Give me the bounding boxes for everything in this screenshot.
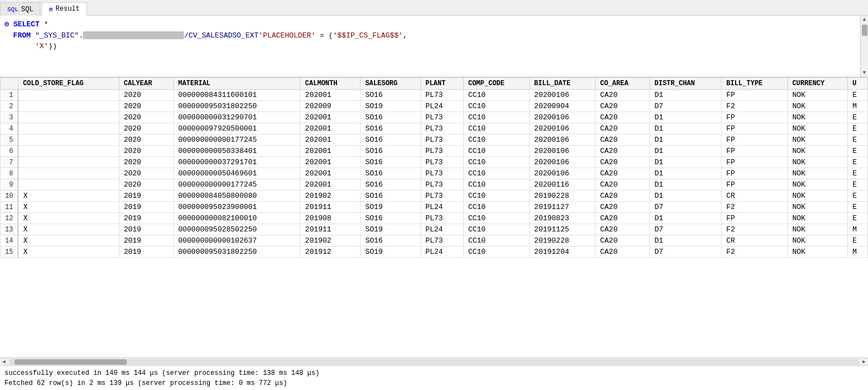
cell-cold_store_flag bbox=[18, 123, 119, 134]
cell-cold_store_flag bbox=[18, 157, 119, 168]
cell-plant: PL24 bbox=[421, 202, 463, 213]
tab-result[interactable]: ⊞ Result bbox=[41, 2, 87, 16]
cell-co_area: CA20 bbox=[595, 157, 650, 168]
cell-co_area: CA20 bbox=[595, 168, 650, 179]
cell-currency: NOK bbox=[787, 179, 847, 191]
cell-bill_date: 20200106 bbox=[529, 157, 595, 168]
cell-salesorg: SO16 bbox=[361, 123, 421, 134]
cell-row_num: 3 bbox=[1, 112, 19, 123]
cell-calyear: 2019 bbox=[119, 247, 173, 258]
cell-calyear: 2020 bbox=[119, 90, 173, 101]
cell-more: M bbox=[848, 224, 868, 235]
h-scroll-track[interactable] bbox=[9, 359, 859, 365]
cell-plant: PL24 bbox=[421, 224, 463, 235]
cell-currency: NOK bbox=[787, 202, 847, 213]
scroll-thumb[interactable] bbox=[862, 25, 867, 36]
cell-row_num: 10 bbox=[1, 191, 19, 202]
scroll-down-arrow[interactable]: ▼ bbox=[861, 69, 869, 77]
cell-material: 000000084050800080 bbox=[173, 191, 300, 202]
results-table: COLD_STORE_FLAG CALYEAR MATERIAL CALMONT… bbox=[0, 77, 868, 258]
cell-calmonth: 202001 bbox=[301, 157, 361, 168]
table-header-row: COLD_STORE_FLAG CALYEAR MATERIAL CALMONT… bbox=[1, 78, 868, 90]
scroll-up-arrow[interactable]: ▲ bbox=[861, 16, 869, 24]
cell-currency: NOK bbox=[787, 90, 847, 101]
cell-calmonth: 201911 bbox=[301, 224, 361, 235]
cell-material: 000000000037291701 bbox=[173, 157, 300, 168]
col-header-plant: PLANT bbox=[421, 78, 463, 90]
cell-calyear: 2020 bbox=[119, 179, 173, 191]
cell-cold_store_flag bbox=[18, 168, 119, 179]
cell-comp_code: CC10 bbox=[463, 112, 529, 123]
cell-row_num: 15 bbox=[1, 247, 19, 258]
cell-co_area: CA20 bbox=[595, 123, 650, 134]
cell-more: M bbox=[848, 101, 868, 112]
status-bar: successfully executed in 140 ms 144 μs (… bbox=[0, 365, 868, 390]
cell-cold_store_flag: X bbox=[18, 224, 119, 235]
cell-row_num: 9 bbox=[1, 179, 19, 191]
cell-more: E bbox=[848, 213, 868, 224]
cell-plant: PL73 bbox=[421, 213, 463, 224]
cell-bill_date: 20200106 bbox=[529, 168, 595, 179]
sql-scrollbar[interactable]: ▲ ▼ bbox=[860, 16, 868, 77]
table-row: 82020000000000050469601202001SO16PL73CC1… bbox=[1, 168, 868, 179]
cell-comp_code: CC10 bbox=[463, 179, 529, 191]
cell-comp_code: CC10 bbox=[463, 101, 529, 112]
cell-cold_store_flag: X bbox=[18, 191, 119, 202]
cell-material: 000000000050469601 bbox=[173, 168, 300, 179]
cell-currency: NOK bbox=[787, 213, 847, 224]
cell-co_area: CA20 bbox=[595, 202, 650, 213]
cell-calmonth: 201911 bbox=[301, 202, 361, 213]
cell-material: 000000095023900001 bbox=[173, 202, 300, 213]
cell-more: E bbox=[848, 112, 868, 123]
cell-salesorg: SO19 bbox=[361, 224, 421, 235]
cell-co_area: CA20 bbox=[595, 235, 650, 247]
col-header-material: MATERIAL bbox=[173, 78, 300, 90]
cell-salesorg: SO16 bbox=[361, 179, 421, 191]
cell-currency: NOK bbox=[787, 123, 847, 134]
cell-distr_chan: D1 bbox=[650, 112, 722, 123]
cell-calmonth: 202009 bbox=[301, 101, 361, 112]
cell-comp_code: CC10 bbox=[463, 123, 529, 134]
table-row: 15X2019000000095031802250201912SO19PL24C… bbox=[1, 247, 868, 258]
cell-material: 000000095031802250 bbox=[173, 101, 300, 112]
cell-salesorg: SO16 bbox=[361, 112, 421, 123]
cell-cold_store_flag bbox=[18, 90, 119, 101]
cell-currency: NOK bbox=[787, 101, 847, 112]
cell-currency: NOK bbox=[787, 247, 847, 258]
cell-cold_store_flag bbox=[18, 179, 119, 191]
scroll-right-arrow[interactable]: ▶ bbox=[860, 358, 868, 366]
cell-more: E bbox=[848, 179, 868, 191]
cell-row_num: 13 bbox=[1, 224, 19, 235]
cell-calyear: 2019 bbox=[119, 202, 173, 213]
col-header-co-area: CO_AREA bbox=[595, 78, 650, 90]
sql-editor: ⊖ SELECT * FROM "_SYS_BIC"./CV_SALESADSO… bbox=[0, 16, 868, 77]
col-header-currency: CURRENCY bbox=[787, 78, 847, 90]
col-header-more: U bbox=[848, 78, 868, 90]
cell-bill_date: 20200106 bbox=[529, 134, 595, 146]
scroll-left-arrow[interactable]: ◀ bbox=[0, 358, 8, 366]
cell-salesorg: SO16 bbox=[361, 146, 421, 157]
cell-calmonth: 201902 bbox=[301, 235, 361, 247]
cell-co_area: CA20 bbox=[595, 101, 650, 112]
cell-salesorg: SO19 bbox=[361, 247, 421, 258]
h-scroll-thumb[interactable] bbox=[15, 359, 127, 365]
cell-distr_chan: D7 bbox=[650, 224, 722, 235]
cell-calmonth: 202001 bbox=[301, 112, 361, 123]
cell-calyear: 2020 bbox=[119, 157, 173, 168]
cell-row_num: 4 bbox=[1, 123, 19, 134]
cell-comp_code: CC10 bbox=[463, 224, 529, 235]
cell-plant: PL24 bbox=[421, 101, 463, 112]
cell-distr_chan: D1 bbox=[650, 191, 722, 202]
cell-material: 000000000000102637 bbox=[173, 235, 300, 247]
cell-bill_type: F2 bbox=[722, 202, 788, 213]
cell-calmonth: 201908 bbox=[301, 213, 361, 224]
tab-sql[interactable]: SQL SQL bbox=[0, 2, 40, 16]
cell-row_num: 5 bbox=[1, 134, 19, 146]
cell-bill_date: 20190228 bbox=[529, 191, 595, 202]
cell-bill_type: F2 bbox=[722, 224, 788, 235]
horizontal-scrollbar[interactable]: ◀ ▶ bbox=[0, 357, 868, 365]
cell-material: 000000095031802250 bbox=[173, 247, 300, 258]
cell-co_area: CA20 bbox=[595, 90, 650, 101]
results-table-area[interactable]: COLD_STORE_FLAG CALYEAR MATERIAL CALMONT… bbox=[0, 77, 868, 357]
cell-material: 000000000000177245 bbox=[173, 134, 300, 146]
